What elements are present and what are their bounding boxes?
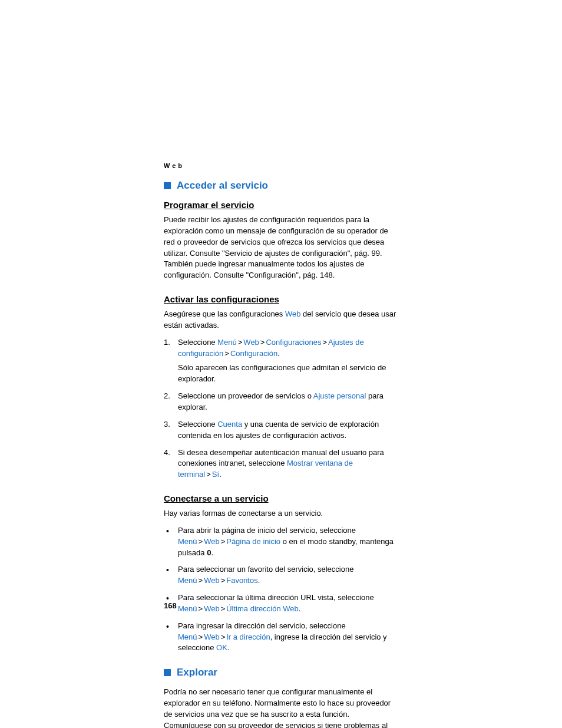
- link-web[interactable]: Web: [204, 604, 220, 613]
- link-configuraciones[interactable]: Configuraciones: [266, 338, 321, 347]
- list-item: Seleccione Cuenta y una cuenta de servic…: [164, 419, 398, 442]
- separator: >: [197, 604, 204, 613]
- text-fragment: Para ingresar la dirección del servicio,…: [178, 621, 346, 630]
- page-container: Web Acceder al servicio Programar el ser…: [0, 0, 562, 728]
- separator: >: [223, 349, 230, 358]
- separator: >: [220, 604, 227, 613]
- separator: >: [197, 537, 204, 546]
- separator: >: [220, 537, 227, 546]
- bullet-list: Para abrir la página de inicio del servi…: [164, 525, 398, 654]
- separator: >: [197, 633, 204, 641]
- square-bullet-icon: [164, 669, 171, 676]
- link-ir-a-direccion[interactable]: Ir a dirección: [226, 633, 270, 641]
- separator: >: [197, 576, 204, 585]
- link-pagina-inicio[interactable]: Página de inicio: [226, 537, 280, 546]
- text-fragment: Seleccione: [178, 338, 217, 347]
- text-fragment: .: [258, 576, 260, 585]
- text-fragment: Para seleccionar la última dirección URL…: [178, 593, 374, 602]
- separator: >: [259, 338, 266, 347]
- text-fragment: Seleccione: [178, 420, 217, 429]
- link-ultima-direccion[interactable]: Última dirección Web: [226, 604, 299, 613]
- text-fragment: .: [227, 643, 230, 652]
- text-fragment: .: [211, 548, 213, 557]
- link-favoritos[interactable]: Favoritos: [226, 576, 257, 585]
- paragraph: Puede recibir los ajustes de configuraci…: [164, 215, 398, 281]
- section-heading-acceder: Acceder al servicio: [164, 180, 398, 192]
- link-menu[interactable]: Menú: [178, 576, 197, 585]
- list-item: Seleccione Menú>Web>Configuraciones>Ajus…: [164, 337, 398, 385]
- page-number: 168: [164, 601, 177, 610]
- list-item: Si desea desempeñar autenticación manual…: [164, 447, 398, 481]
- link-menu[interactable]: Menú: [217, 338, 237, 347]
- text-fragment: Para seleccionar un favorito del servici…: [178, 565, 353, 574]
- text-fragment: .: [277, 349, 280, 358]
- list-item: Para ingresar la dirección del servicio,…: [164, 621, 398, 654]
- link-web[interactable]: Web: [204, 633, 220, 641]
- link-menu[interactable]: Menú: [178, 633, 197, 641]
- section-heading-text: Explorar: [177, 667, 217, 678]
- paragraph: Podría no ser necesario tener que config…: [164, 687, 398, 728]
- link-web[interactable]: Web: [285, 309, 301, 318]
- link-ok[interactable]: OK: [216, 643, 227, 652]
- subheading-programar: Programar el servicio: [164, 200, 398, 210]
- link-menu[interactable]: Menú: [178, 537, 197, 546]
- separator: >: [220, 576, 227, 585]
- link-web[interactable]: Web: [204, 537, 220, 546]
- link-configuracion[interactable]: Configuración: [230, 349, 277, 358]
- link-web[interactable]: Web: [243, 338, 259, 347]
- text-fragment: Para abrir la página de inicio del servi…: [178, 526, 356, 535]
- separator: >: [321, 338, 328, 347]
- separator: >: [220, 633, 227, 641]
- link-web[interactable]: Web: [204, 576, 220, 585]
- numbered-list: Seleccione Menú>Web>Configuraciones>Ajus…: [164, 337, 398, 480]
- text-fragment: .: [299, 604, 301, 613]
- subheading-activar: Activar las configuraciones: [164, 294, 398, 304]
- text-fragment: Si desea desempeñar autenticación manual…: [178, 448, 384, 468]
- subheading-conectarse: Conectarse a un servicio: [164, 493, 398, 503]
- link-si[interactable]: Sí: [212, 470, 219, 479]
- text-fragment: .: [219, 470, 222, 479]
- text-fragment: Seleccione un proveedor de servicios o: [178, 391, 313, 400]
- list-item: Seleccione un proveedor de servicios o A…: [164, 391, 398, 413]
- list-item: Para seleccionar un favorito del servici…: [164, 564, 398, 587]
- running-header: Web: [164, 162, 398, 169]
- link-menu[interactable]: Menú: [178, 604, 197, 613]
- separator: >: [205, 470, 212, 479]
- sub-note: Sólo aparecen las configuraciones que ad…: [178, 363, 398, 385]
- link-cuenta[interactable]: Cuenta: [217, 420, 242, 429]
- link-ajuste-personal[interactable]: Ajuste personal: [313, 391, 366, 400]
- list-item: Para abrir la página de inicio del servi…: [164, 525, 398, 559]
- paragraph: Hay varias formas de conectarse a un ser…: [164, 508, 398, 519]
- section-heading-explorar: Explorar: [164, 667, 398, 678]
- text-fragment: Asegúrese que las configuraciones: [164, 309, 285, 318]
- square-bullet-icon: [164, 182, 171, 189]
- section-heading-text: Acceder al servicio: [177, 180, 268, 192]
- list-item: Para seleccionar la última dirección URL…: [164, 592, 398, 615]
- paragraph: Asegúrese que las configuraciones Web de…: [164, 309, 398, 331]
- separator: >: [237, 338, 244, 347]
